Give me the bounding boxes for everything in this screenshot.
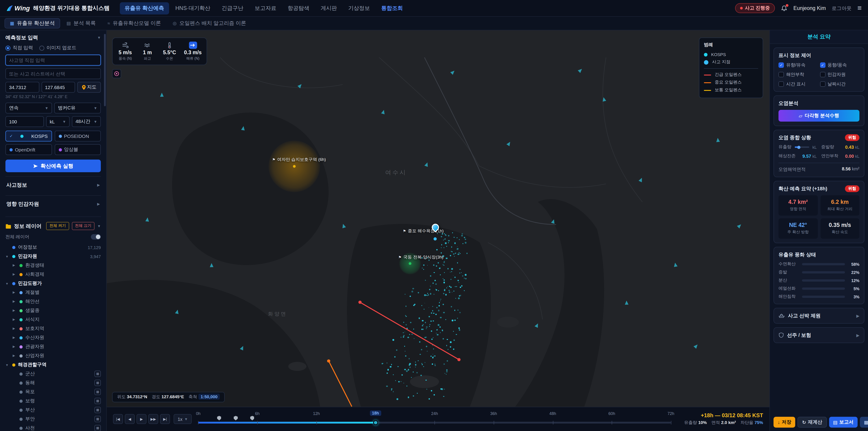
layer-row[interactable]: 사천▦ bbox=[5, 424, 101, 431]
layer-row[interactable]: ▼민감자원3,947 bbox=[5, 252, 101, 261]
menu-icon[interactable]: ≡ bbox=[857, 4, 862, 12]
fence-endpoint[interactable] bbox=[327, 359, 330, 363]
layer-row[interactable]: ▶생물종 bbox=[5, 306, 101, 315]
region-map-icon[interactable]: ▦ bbox=[94, 371, 101, 377]
timeline-tick[interactable]: 72h bbox=[668, 411, 674, 416]
timeline-tick[interactable]: 60h bbox=[609, 411, 615, 416]
nav-item[interactable]: 긴급구난 bbox=[217, 2, 248, 14]
timeline-tick[interactable]: 18h bbox=[370, 410, 381, 416]
timeline-tick[interactable]: 24h bbox=[431, 411, 438, 416]
predict-input-header[interactable]: 예측정보 입력 ▼ bbox=[5, 34, 101, 41]
timeline-tick[interactable]: 0h bbox=[196, 411, 200, 416]
timeline-ruler[interactable]: 0h6h12h18h24h36h48h60h72h bbox=[198, 411, 671, 427]
ship-specs-section[interactable]: 사고 선박 제원▶ bbox=[774, 308, 864, 324]
layer-row[interactable]: ▶계절별 bbox=[5, 288, 101, 297]
nav-item[interactable]: 게시판 bbox=[315, 2, 342, 14]
nav-item[interactable]: 유출유 확산예측 bbox=[120, 2, 169, 14]
tab[interactable]: ◎오일펜스 배치 알고리즘 이론 bbox=[167, 18, 252, 29]
run-prediction-button[interactable]: 확산예측 실행 bbox=[5, 160, 101, 172]
layer-row[interactable]: 보령▦ bbox=[5, 396, 101, 405]
timeline-tick[interactable]: 48h bbox=[549, 411, 556, 416]
region-map-icon[interactable]: ▦ bbox=[94, 380, 101, 386]
spill-amount-slider[interactable] bbox=[795, 147, 809, 148]
display-checkbox[interactable]: 해안부착 bbox=[778, 71, 818, 78]
region-map-icon[interactable]: ▦ bbox=[94, 425, 101, 431]
layer-row[interactable]: 어장정보17,129 bbox=[5, 243, 101, 252]
display-checkbox[interactable]: ✓유향/유속 bbox=[778, 62, 818, 68]
play-button[interactable]: ▶ bbox=[136, 414, 147, 424]
layer-row[interactable]: 목포▦ bbox=[5, 388, 101, 396]
accident-info-section[interactable]: 사고정보▶ bbox=[5, 176, 101, 193]
emergency-fence-line[interactable] bbox=[360, 302, 459, 360]
step-back-button[interactable]: ◀ bbox=[125, 414, 135, 424]
재계산-button[interactable]: ↻재계산 bbox=[798, 417, 827, 427]
layer-row[interactable]: 군산▦ bbox=[5, 369, 101, 378]
map-style-button[interactable] bbox=[112, 69, 121, 78]
important-fence-line[interactable] bbox=[329, 361, 352, 407]
skip-start-button[interactable]: |◀ bbox=[113, 414, 123, 424]
fast-forward-button[interactable]: ▶▶ bbox=[148, 414, 158, 424]
accident-name-input[interactable] bbox=[5, 55, 101, 65]
layer-row[interactable]: ▶산업자원 bbox=[5, 351, 101, 360]
layers-all-off-button[interactable]: 전체 끄기 bbox=[72, 222, 94, 230]
layer-row[interactable]: ▶해안선 bbox=[5, 297, 101, 306]
fence-endpoint[interactable] bbox=[457, 358, 460, 361]
analysis-summary-tab[interactable]: 분석 요약 bbox=[770, 30, 868, 44]
display-checkbox[interactable]: 민감자원 bbox=[820, 71, 860, 78]
map-pick-button[interactable]: 지도 bbox=[77, 82, 101, 93]
layers-header[interactable]: 정보 레이어 전체 켜기 전체 끄기 ▼ bbox=[5, 217, 101, 230]
layer-row[interactable]: ▼해경관할구역 bbox=[5, 360, 101, 369]
amount-input[interactable] bbox=[5, 116, 44, 127]
longitude-input[interactable] bbox=[41, 82, 75, 93]
incident-status-badge[interactable]: 사고 진행중 bbox=[735, 3, 775, 13]
model-chip[interactable]: OpenDrift bbox=[5, 144, 52, 155]
notifications-button[interactable] bbox=[781, 5, 787, 11]
layer-row[interactable]: ▶보호지역 bbox=[5, 324, 101, 333]
impact-resources-section[interactable]: 영향 민감자원▶ bbox=[5, 195, 101, 212]
region-map-icon[interactable]: ▦ bbox=[94, 407, 101, 413]
tab[interactable]: ≈유출유확산모델 이론 bbox=[102, 18, 166, 29]
nav-item[interactable]: 통합조회 bbox=[376, 2, 408, 14]
display-checkbox[interactable]: 날짜시간 bbox=[820, 81, 860, 87]
slider-thumb[interactable] bbox=[797, 146, 800, 149]
tab[interactable]: ▦유출유 확산분석 bbox=[4, 18, 60, 29]
layer-row[interactable]: ▶사회경제 bbox=[5, 270, 101, 279]
latitude-input[interactable] bbox=[5, 82, 39, 93]
layer-row[interactable]: ▶수산자원 bbox=[5, 333, 101, 342]
region-map-icon[interactable]: ▦ bbox=[94, 398, 101, 404]
timeline-tick[interactable]: 12h bbox=[313, 411, 320, 416]
polygon-analysis-button[interactable]: ▱ 다각형 분석수행 bbox=[778, 110, 860, 122]
all-layers-toggle[interactable] bbox=[91, 234, 101, 240]
timeline-tick[interactable]: 6h bbox=[255, 411, 259, 416]
sidebar-scrollbar[interactable] bbox=[104, 34, 106, 106]
layer-row[interactable]: ▶서식지 bbox=[5, 315, 101, 324]
layer-row[interactable]: 동해▦ bbox=[5, 378, 101, 388]
nav-item[interactable]: HNS·대기확산 bbox=[170, 2, 215, 14]
logout-button[interactable]: 로그아웃 bbox=[832, 5, 851, 11]
oil-type-select[interactable]: 벙커C유▼ bbox=[54, 102, 101, 114]
보고서-button[interactable]: ▤보고서 bbox=[829, 417, 858, 427]
spill-type-select[interactable]: 연속▼ bbox=[5, 102, 52, 114]
speed-select[interactable]: 1x▼ bbox=[174, 414, 192, 424]
fence-endpoint[interactable] bbox=[359, 301, 362, 304]
layer-row[interactable]: 부안▦ bbox=[5, 414, 101, 424]
layers-all-on-button[interactable]: 전체 켜기 bbox=[46, 222, 69, 230]
저장-button[interactable]: ↓저장 bbox=[774, 417, 796, 427]
layer-row[interactable]: 부산▦ bbox=[5, 405, 101, 414]
model-chip[interactable]: ✓KOSPS bbox=[5, 131, 52, 142]
radio-direct-input[interactable]: 직접 입력 bbox=[5, 45, 33, 51]
map-canvas[interactable]: 여수시 화양면 ⚑여자만 습지보호구역 (6h) ⚑종포 해수욕장 (1h) ⚑… bbox=[107, 30, 770, 407]
model-chip[interactable]: POSEIDON bbox=[55, 131, 101, 142]
radio-image-upload[interactable]: 이미지 업로드 bbox=[39, 45, 76, 51]
nav-item[interactable]: 항공탐색 bbox=[283, 2, 314, 14]
layer-row[interactable]: ▼민감도평가 bbox=[5, 279, 101, 288]
layer-row[interactable]: ▶관광자원 bbox=[5, 342, 101, 351]
region-map-icon[interactable]: ▦ bbox=[94, 389, 101, 395]
tab[interactable]: ▤분석 목록 bbox=[61, 18, 101, 29]
display-checkbox[interactable]: 시간 표시 bbox=[778, 81, 818, 87]
farm-marker-label[interactable]: ⚑국동 전복 양식장(3h) bbox=[398, 254, 443, 260]
layer-row[interactable]: ▶환경생태 bbox=[5, 261, 101, 270]
wetland-marker-label[interactable]: ⚑여자만 습지보호구역 (6h) bbox=[272, 157, 326, 163]
display-checkbox[interactable]: ✓풍향/풍속 bbox=[820, 62, 860, 68]
unit-select[interactable]: kL▼ bbox=[46, 116, 70, 127]
